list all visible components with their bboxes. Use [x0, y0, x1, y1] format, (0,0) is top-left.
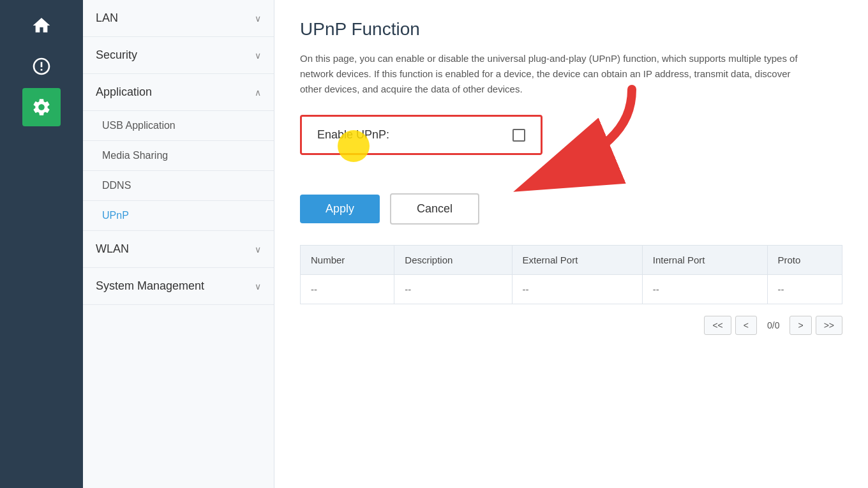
nav-subitem-media-sharing[interactable]: Media Sharing [83, 141, 274, 171]
col-proto: Proto [767, 246, 842, 275]
nav-item-application-label: Application [96, 85, 152, 99]
nav-item-lan[interactable]: LAN ∨ [83, 0, 274, 37]
nav-subitem-upnp-label: UPnP [102, 210, 129, 221]
page-prev-button[interactable]: < [735, 316, 757, 335]
nav-item-application[interactable]: Application ∧ [83, 74, 274, 111]
sidebar-home[interactable] [22, 6, 61, 45]
nav-item-system-management-chevron: ∨ [255, 281, 261, 292]
nav-panel: LAN ∨ Security ∨ Application ∧ USB Appli… [83, 0, 274, 488]
sidebar-status[interactable] [22, 47, 61, 85]
page-next-button[interactable]: > [789, 316, 811, 335]
nav-item-system-management[interactable]: System Management ∨ [83, 268, 274, 305]
table-row: ---------- [301, 275, 842, 304]
nav-subitem-usb-application[interactable]: USB Application [83, 111, 274, 141]
page-last-button[interactable]: >> [816, 316, 842, 335]
nav-subitem-upnp[interactable]: UPnP [83, 201, 274, 231]
nav-item-security-chevron: ∨ [255, 50, 261, 61]
enable-upnp-checkbox[interactable] [513, 129, 525, 142]
enable-upnp-box: Enable UPnP: [300, 115, 542, 155]
buttons-row: Apply Cancel [300, 193, 842, 225]
nav-item-wlan-label: WLAN [96, 242, 129, 256]
col-internal-port: Internal Port [642, 246, 767, 275]
col-number: Number [301, 246, 394, 275]
nav-item-application-chevron: ∧ [255, 87, 261, 98]
nav-item-system-management-label: System Management [96, 279, 204, 293]
main-content: UPnP Function On this page, you can enab… [274, 0, 868, 488]
nav-item-security[interactable]: Security ∨ [83, 37, 274, 74]
upnp-table: Number Description External Port Interna… [300, 245, 842, 304]
nav-item-wlan[interactable]: WLAN ∨ [83, 231, 274, 268]
nav-item-security-label: Security [96, 48, 137, 62]
cancel-button[interactable]: Cancel [390, 193, 479, 225]
page-first-button[interactable]: << [704, 316, 731, 335]
nav-subitem-ddns-label: DDNS [102, 180, 131, 191]
nav-item-lan-chevron: ∨ [255, 13, 261, 24]
col-description: Description [394, 246, 512, 275]
nav-item-wlan-chevron: ∨ [255, 244, 261, 255]
nav-subitem-media-sharing-label: Media Sharing [102, 150, 168, 161]
nav-subitem-ddns[interactable]: DDNS [83, 171, 274, 201]
sidebar-settings[interactable] [22, 88, 61, 126]
page-description: On this page, you can enable or disable … [300, 51, 798, 97]
nav-subitem-usb-application-label: USB Application [102, 120, 176, 131]
page-title: UPnP Function [300, 19, 842, 40]
sidebar [0, 0, 83, 488]
col-external-port: External Port [512, 246, 642, 275]
table-header-row: Number Description External Port Interna… [301, 246, 842, 275]
page-info: 0/0 [761, 316, 786, 334]
nav-item-lan-label: LAN [96, 11, 118, 25]
pagination: << < 0/0 > >> [300, 316, 842, 335]
cursor-highlight [338, 130, 370, 162]
apply-button[interactable]: Apply [300, 195, 380, 223]
